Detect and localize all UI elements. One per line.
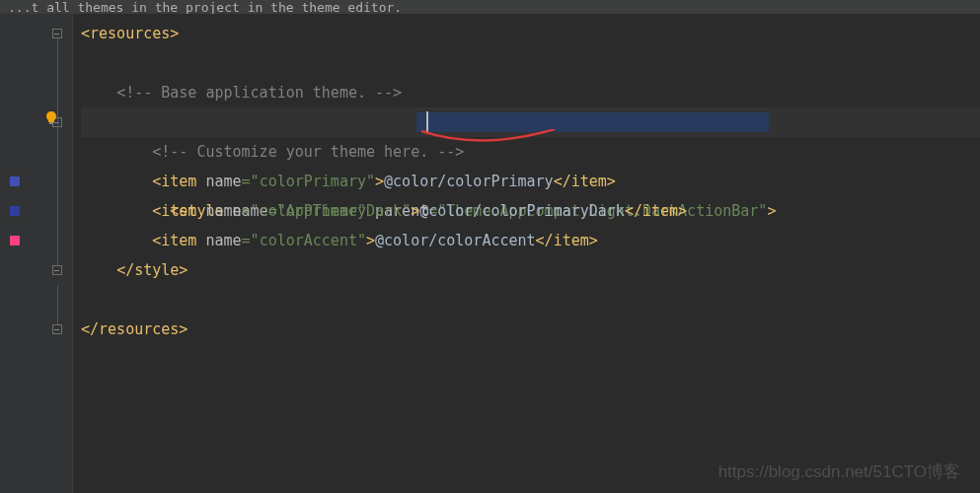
color-swatch[interactable] <box>10 236 20 246</box>
line-number <box>6 226 36 255</box>
code-line[interactable]: </resources> <box>81 315 980 344</box>
line-number-gutter <box>0 14 41 493</box>
code-line[interactable]: <!-- Customize your theme here. --> <box>81 137 980 167</box>
text-caret <box>426 111 428 133</box>
code-line[interactable]: <item name="colorPrimaryDark">@color/col… <box>81 196 980 226</box>
code-line[interactable]: <resources> <box>81 19 980 48</box>
code-line-active[interactable]: <style name="AppTheme" parent="Theme.App… <box>81 107 980 137</box>
line-number <box>6 19 36 48</box>
line-number <box>6 167 36 196</box>
line-number <box>6 255 36 285</box>
code-editor[interactable]: <resources> <!-- Base application theme.… <box>73 14 980 493</box>
line-number <box>6 137 36 167</box>
fold-toggle-icon[interactable] <box>52 265 62 275</box>
line-number <box>6 48 36 78</box>
svg-rect-0 <box>49 122 53 124</box>
watermark-text: https://blog.csdn.net/51CTO博客 <box>718 460 960 483</box>
code-line[interactable] <box>81 285 980 315</box>
line-number <box>6 78 36 107</box>
fold-toggle-icon[interactable] <box>52 29 62 38</box>
fold-gutter <box>41 14 73 493</box>
code-line[interactable]: <item name="colorPrimary">@color/colorPr… <box>81 167 980 196</box>
code-line[interactable]: <item name="colorAccent">@color/colorAcc… <box>81 226 980 255</box>
code-line[interactable]: <!-- Base application theme. --> <box>81 78 980 107</box>
code-line[interactable]: </style> <box>81 255 980 285</box>
color-swatch[interactable] <box>10 176 20 186</box>
intention-bulb-icon[interactable] <box>45 111 57 125</box>
color-swatch[interactable] <box>10 206 20 216</box>
line-number <box>6 285 36 315</box>
line-number <box>6 196 36 226</box>
line-number <box>6 107 36 137</box>
fold-toggle-icon[interactable] <box>52 324 62 334</box>
editor-container: <resources> <!-- Base application theme.… <box>0 14 980 493</box>
code-line[interactable] <box>81 48 980 78</box>
banner-bar: ...t all themes in the project in the th… <box>0 0 980 14</box>
